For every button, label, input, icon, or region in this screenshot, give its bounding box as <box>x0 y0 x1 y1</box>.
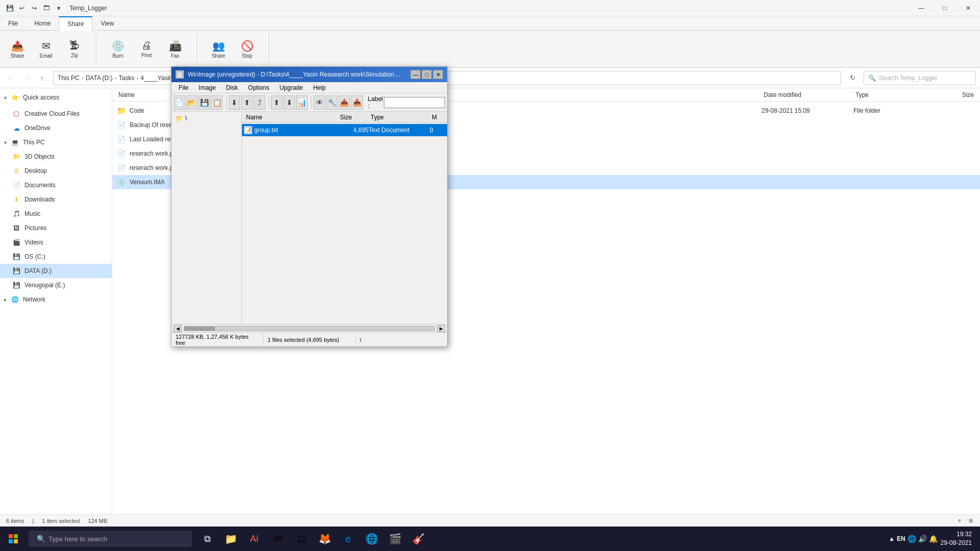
preview-button[interactable]: 👁 <box>313 95 325 110</box>
customize-qa-button[interactable]: ▾ <box>53 3 64 14</box>
maximize-button[interactable]: □ <box>933 0 957 16</box>
bc-thispc[interactable]: This PC <box>58 74 80 82</box>
tab-file[interactable]: File <box>0 16 26 31</box>
sidebar-item-onedrive[interactable]: ☁ OneDrive <box>0 121 112 135</box>
fax-btn[interactable]: 📠 Fax <box>162 34 188 64</box>
sidebar-item-quick-access[interactable]: ▾ ⭐ Quick access <box>0 90 112 105</box>
grid-view-button[interactable]: ⊞ <box>966 516 976 526</box>
stop-sharing-btn[interactable]: 🚫 Stop <box>234 34 260 64</box>
save-button[interactable]: 💾 <box>199 95 210 110</box>
menu-options[interactable]: Options <box>243 83 274 92</box>
sidebar-item-3dobjects[interactable]: 📁 3D Objects <box>0 149 112 164</box>
edge-icon[interactable]: e <box>337 528 359 550</box>
start-button[interactable] <box>0 527 27 551</box>
winimage-maximize-button[interactable]: □ <box>422 70 432 79</box>
saveas-button[interactable]: 📋 <box>211 95 223 110</box>
extra1-button[interactable]: 🔧 <box>326 95 338 110</box>
bc-tasks[interactable]: Tasks <box>119 74 135 82</box>
extractall-button[interactable]: ⤴ <box>254 95 265 110</box>
firefox-icon[interactable]: 🦊 <box>313 528 336 550</box>
sidebar-item-network[interactable]: ▸ 🌐 Network <box>0 292 112 307</box>
burn-btn[interactable]: 💿 Burn <box>105 34 131 64</box>
zip-btn[interactable]: 🗜 Zip <box>61 34 88 64</box>
system-clock[interactable]: 19:32 29-08-2021 <box>941 530 972 547</box>
file-explorer-taskbar[interactable]: 📁 <box>219 528 242 550</box>
sortsize-button[interactable]: 📊 <box>296 95 308 110</box>
notification-icon[interactable]: 🔔 <box>929 535 938 543</box>
sidebar-item-pictures[interactable]: 🖼 Pictures <box>0 221 112 235</box>
menu-help[interactable]: Help <box>308 83 331 92</box>
close-button[interactable]: ✕ <box>957 0 980 16</box>
label-input[interactable] <box>384 97 445 108</box>
extra2-button[interactable]: 📤 <box>338 95 350 110</box>
search-box[interactable]: 🔍 Search Temp_Logger <box>864 71 976 85</box>
col-type-header[interactable]: Type <box>853 91 925 98</box>
sidebar-item-desktop[interactable]: 🖥 Desktop <box>0 164 112 178</box>
sortza-button[interactable]: ⬇ <box>284 95 296 110</box>
scroll-thumb[interactable] <box>184 327 215 331</box>
col-size-header[interactable]: Size <box>925 91 976 98</box>
tab-view[interactable]: View <box>92 16 122 31</box>
forward-button[interactable]: → <box>19 71 34 85</box>
wim-col-type-header[interactable]: Type <box>369 114 430 121</box>
winimage-titlebar[interactable]: 🖼 WinImage (unregistered) - D:\Tasks\4__… <box>172 67 447 82</box>
undo-button[interactable]: ↩ <box>16 3 28 14</box>
menu-file[interactable]: File <box>174 83 193 92</box>
sidebar-item-videos[interactable]: 🎬 Videos <box>0 235 112 249</box>
bc-data[interactable]: DATA (D:) <box>86 74 113 82</box>
scroll-right-button[interactable]: ▶ <box>437 325 445 332</box>
adobe-icon[interactable]: Ai <box>243 528 265 550</box>
file-manager-icon[interactable]: 🗂 <box>290 528 312 550</box>
wim-col-name-header[interactable]: Name <box>244 114 338 121</box>
menu-disk[interactable]: Disk <box>221 83 243 92</box>
sidebar-item-this-pc[interactable]: ▾ 💻 This PC <box>0 135 112 149</box>
scroll-left-button[interactable]: ◀ <box>174 325 182 332</box>
back-button[interactable]: ← <box>4 71 18 85</box>
media-icon[interactable]: 🎬 <box>384 528 406 550</box>
list-view-button[interactable]: ≡ <box>954 516 965 526</box>
sidebar-item-data-d[interactable]: 💾 DATA (D:) <box>0 264 112 278</box>
guitar-icon[interactable]: 🎸 <box>407 528 430 550</box>
save-button[interactable]: 💾 <box>4 3 15 14</box>
tab-share[interactable]: Share <box>59 16 92 31</box>
sidebar-item-downloads[interactable]: ⬇ Downloads <box>0 192 112 207</box>
sidebar-item-os-c[interactable]: 💾 OS (C:) <box>0 249 112 264</box>
sidebar-item-venugopal-e[interactable]: 💾 Venugopal (E:) <box>0 278 112 292</box>
inject-button[interactable]: ⬇ <box>229 95 240 110</box>
tree-root[interactable]: 📁 \ <box>174 114 239 123</box>
share-with-btn[interactable]: 👥 Share <box>205 34 232 64</box>
col-date-header[interactable]: Date modified <box>762 91 853 98</box>
redo-button[interactable]: ↪ <box>29 3 40 14</box>
chrome-icon[interactable]: 🌐 <box>360 528 383 550</box>
winimage-minimize-button[interactable]: — <box>410 70 421 79</box>
mail-icon[interactable]: ✉ <box>266 528 289 550</box>
new-button[interactable]: 📄 <box>174 95 185 110</box>
print-btn[interactable]: 🖨 Print <box>133 34 160 64</box>
up-button[interactable]: ↑ <box>35 71 49 85</box>
wim-col-size-header[interactable]: Size <box>338 114 369 121</box>
extra3-button[interactable]: 📥 <box>351 95 363 110</box>
sidebar-item-documents[interactable]: 📄 Documents <box>0 178 112 192</box>
tab-home[interactable]: Home <box>26 16 59 31</box>
winimage-close-button[interactable]: ✕ <box>433 70 443 79</box>
minimize-button[interactable]: — <box>910 0 933 16</box>
taskbar-search[interactable]: 🔍 Type here to search <box>29 531 192 547</box>
extract-button[interactable]: ⬆ <box>241 95 253 110</box>
wim-col-m-header[interactable]: M <box>430 114 445 121</box>
sidebar-item-creative-cloud[interactable]: ⬡ Creative Cloud Files <box>0 107 112 121</box>
wim-file-row-grouptxt[interactable]: 📝 group.txt 4,695 Text Document 0 <box>242 124 447 136</box>
menu-upgrade[interactable]: Upgrade <box>274 83 308 92</box>
email-btn[interactable]: ✉ Email <box>33 34 59 64</box>
sidebar-item-music[interactable]: 🎵 Music <box>0 207 112 221</box>
scroll-track[interactable] <box>184 326 435 331</box>
properties-button[interactable]: 🗔 <box>41 3 52 14</box>
task-view-button[interactable]: ⧉ <box>196 528 218 550</box>
refresh-button[interactable]: ↻ <box>845 71 860 85</box>
sortaz-button[interactable]: ⬆ <box>271 95 283 110</box>
open-button[interactable]: 📂 <box>186 95 198 110</box>
sound-tray-icon[interactable]: 🔊 <box>918 535 927 543</box>
network-tray-icon[interactable]: 🌐 <box>908 535 916 543</box>
share-btn[interactable]: 📤 Share <box>4 34 31 64</box>
menu-image[interactable]: Image <box>193 83 220 92</box>
show-hidden-tray-button[interactable]: ▲ <box>889 535 895 542</box>
